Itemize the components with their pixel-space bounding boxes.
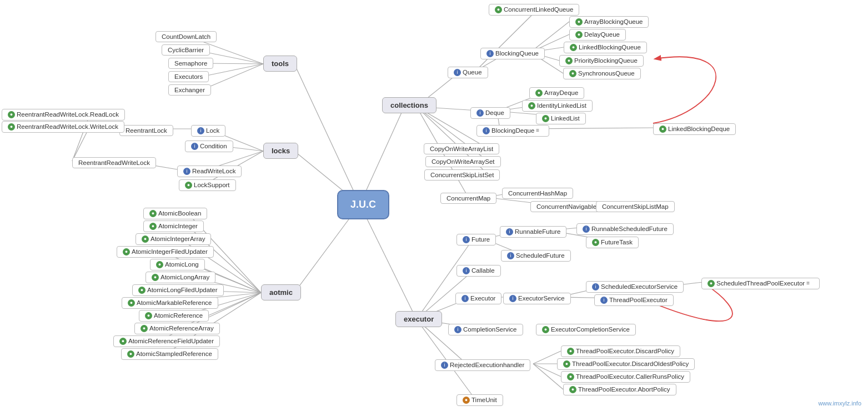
blue-icon: i — [463, 267, 470, 274]
node-label: ConcurrentSkipListSet — [430, 172, 494, 178]
node-Lock: iLock — [191, 125, 225, 137]
node-label: ExecutorCompletionService — [551, 326, 630, 333]
node-ConcurrentMap: ConcurrentMap — [440, 193, 496, 204]
green-icon: ● — [495, 6, 502, 13]
node-label: AtomicReferenceFieldUpdater — [128, 338, 214, 344]
node-Executor: iExecutor — [455, 293, 501, 304]
node-AtomicIntegerArray: ●AtomicIntegerArray — [136, 233, 211, 245]
node-label: AtomicMarkableReference — [137, 299, 212, 306]
node-label: RunnableFuture — [515, 228, 560, 235]
node-AtomicReferenceArray: ●AtomicReferenceArray — [134, 323, 220, 334]
green-icon: ● — [149, 223, 157, 230]
node-label: ThreadPoolExecutor.DiscardPolicy — [576, 348, 674, 354]
node-label: ScheduledThreadPoolExecutor — [716, 280, 805, 287]
doc-icon: ≡ — [536, 127, 543, 134]
node-label: Executors — [174, 73, 203, 80]
node-BlockingDeque: iBlockingDeque≡ — [476, 125, 549, 137]
node-label: AtomicLongFiledUpdater — [147, 287, 218, 293]
node-label: SynchronousQueue — [578, 70, 635, 77]
green-icon: ● — [565, 57, 573, 64]
node-label: CyclicBarrier — [168, 47, 204, 53]
green-icon: ● — [145, 312, 152, 319]
node-BlockingQueue: iBlockingQueue — [480, 48, 545, 59]
node-CopyOnWriteArraySet: CopyOnWriteArraySet — [425, 156, 501, 167]
green-icon: ● — [152, 274, 159, 281]
node-ExecutorService: iExecutorService — [503, 293, 571, 304]
blue-icon: i — [454, 69, 461, 76]
node-RejectedExecutionhandler: iRejectedExecutionhandler — [435, 359, 530, 371]
node-label: CopyOnWriteArraySet — [432, 158, 495, 165]
blue-icon: i — [461, 295, 469, 302]
node-label: locks — [272, 147, 290, 155]
node-label: ArrayBlockingQueue — [584, 18, 643, 25]
blue-icon: i — [463, 236, 470, 243]
node-label: ConcurrentMap — [446, 195, 490, 202]
green-icon: ● — [138, 287, 145, 294]
node-DelayQueue: ●DelayQueue — [569, 29, 626, 41]
node-label: ThreadPoolExecutor.DiscardOldestPolicy — [572, 360, 689, 367]
green-icon: ● — [575, 18, 583, 26]
blue-icon: i — [483, 127, 490, 134]
green-icon: ● — [119, 338, 127, 345]
node-label: ScheduledExecutorService — [601, 283, 678, 290]
node-label: executor — [404, 315, 434, 323]
node-label: CopyOnWriteArrayList — [430, 146, 493, 152]
node-executor: executor — [395, 311, 442, 327]
green-icon: ● — [528, 102, 535, 109]
node-label: Callable — [471, 267, 495, 274]
green-icon: ● — [542, 115, 549, 122]
node-RunnableScheduledFuture: iRunnableScheduledFuture — [576, 223, 674, 235]
green-icon: ● — [542, 326, 549, 333]
node-PriorityBlockingQueue: ●PriorityBlockingQueue — [559, 55, 644, 67]
node-label: Queue — [463, 69, 482, 76]
node-AtomicInteger: ●AtomicInteger — [143, 220, 204, 232]
node-LinkedBlockingDeque: ●LinkedBlockingDeque — [653, 123, 736, 135]
node-AtomicLongFiledUpdater: ●AtomicLongFiledUpdater — [132, 284, 224, 296]
node-AtomicLongArray: ●AtomicLongArray — [145, 272, 215, 283]
green-icon: ● — [575, 31, 583, 38]
node-AtomicIntegerFiledUpdater: ●AtomicIntegerFiledUpdater — [117, 246, 214, 258]
node-Callable: iCallable — [456, 265, 501, 277]
node-label: BlockingQueue — [495, 50, 539, 57]
node-ThreadPoolExecutor-DiscardPolicy: ●ThreadPoolExecutor.DiscardPolicy — [561, 345, 680, 357]
blue-icon: i — [191, 143, 198, 150]
green-icon: ● — [128, 299, 135, 307]
node-label: FutureTask — [601, 239, 633, 245]
green-icon: ● — [185, 182, 192, 189]
node-label: Condition — [200, 143, 227, 149]
green-icon: ● — [142, 235, 149, 243]
node-label: ReentrantLock — [126, 127, 167, 134]
node-label: ScheduledFuture — [516, 252, 565, 259]
node-label: PriorityBlockingQueue — [574, 57, 638, 64]
node-label: ConcurrentSkipListMap — [602, 203, 669, 210]
node-label: Executor — [470, 295, 495, 302]
node-ReentrantReadWriteLock-WriteLock: ●ReentrantReadWriteLock.WriteLock — [2, 121, 124, 133]
watermark: www.imxylz.info — [818, 400, 861, 407]
green-icon: ● — [659, 126, 666, 133]
node-label: ThreadPoolExecutor.CallerRunsPolicy — [576, 373, 684, 380]
node-label: Deque — [485, 109, 504, 116]
node-tools: tools — [263, 56, 297, 72]
node-CountDownLatch: CountDownLatch — [155, 31, 217, 42]
node-AtomicLong: ●AtomicLong — [150, 259, 205, 270]
node-ThreadPoolExecutor-CallerRunsPolicy: ●ThreadPoolExecutor.CallerRunsPolicy — [561, 371, 690, 383]
node-Condition: iCondition — [185, 141, 233, 152]
green-icon: ● — [570, 44, 577, 51]
blue-icon: i — [600, 297, 608, 304]
node-ReadWriteLock: iReadWriteLock — [177, 166, 242, 177]
green-icon: ● — [569, 386, 576, 393]
blue-icon: i — [454, 326, 461, 333]
node-RunnableFuture: iRunnableFuture — [500, 226, 566, 238]
node-label: AtomicReference — [154, 312, 203, 319]
node-label: Lock — [206, 127, 219, 134]
node-LockSupport: ●LockSupport — [179, 179, 236, 191]
node-IdentityLinkedList: ●IdentityLinkedList — [522, 100, 593, 112]
node-AtomicMarkableReference: ●AtomicMarkableReference — [122, 297, 218, 309]
green-icon: ● — [535, 89, 543, 97]
node-label: ThreadPoolExecutor — [609, 297, 668, 303]
node-label: ConcurrentHashMap — [508, 190, 567, 197]
node-label: DelayQueue — [584, 31, 620, 38]
node-ScheduledThreadPoolExecutor: ●ScheduledThreadPoolExecutor≡ — [701, 278, 820, 289]
node-label: ReadWriteLock — [192, 168, 235, 174]
node-label: AtomicLongArray — [160, 274, 209, 280]
